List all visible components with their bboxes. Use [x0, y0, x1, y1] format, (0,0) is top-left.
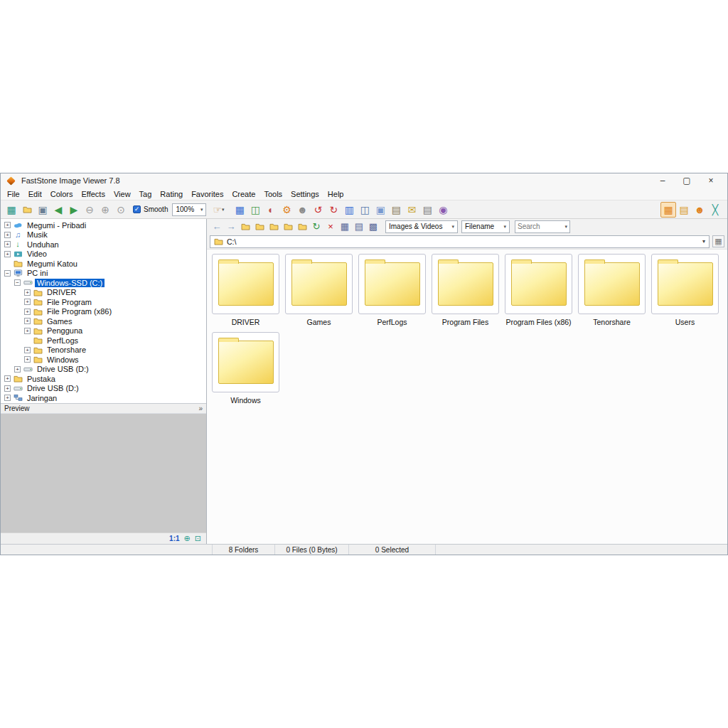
- tree-item-megumi-pribadi[interactable]: +Megumi - Pribadi: [1, 220, 206, 230]
- menu-colors[interactable]: Colors: [46, 190, 77, 198]
- menu-settings[interactable]: Settings: [287, 190, 323, 198]
- tree-item-driver[interactable]: +DRIVER: [1, 288, 206, 298]
- expand-icon[interactable]: +: [4, 395, 11, 401]
- close-button[interactable]: ×: [699, 173, 723, 188]
- rotate-left-button[interactable]: ↺: [310, 202, 326, 218]
- menu-help[interactable]: Help: [323, 190, 348, 198]
- collapse-icon[interactable]: −: [14, 279, 21, 286]
- folder-thumbnail-driver[interactable]: DRIVER: [212, 254, 279, 326]
- crop-button[interactable]: ◫: [247, 202, 263, 218]
- tree-item-megumi-katou[interactable]: Megumi Katou: [1, 259, 206, 269]
- folder-thumbnail-windows[interactable]: Windows: [212, 332, 279, 405]
- expand-icon[interactable]: +: [24, 318, 31, 324]
- tree-item-file-program[interactable]: +File Program: [1, 297, 206, 307]
- tree-item-file-program-x86[interactable]: +File Program (x86): [1, 307, 206, 317]
- search-input[interactable]: [518, 223, 559, 230]
- view-list-button[interactable]: ▩: [366, 220, 380, 233]
- expand-icon[interactable]: +: [24, 309, 31, 315]
- search-combo[interactable]: ▾: [515, 220, 570, 233]
- folder-thumbnail-perflogs[interactable]: PerfLogs: [358, 254, 426, 326]
- expand-icon[interactable]: +: [4, 375, 11, 382]
- layout-fullscreen-button[interactable]: ▤: [676, 202, 692, 218]
- back-button[interactable]: ←: [210, 220, 224, 233]
- menu-edit[interactable]: Edit: [24, 190, 46, 198]
- smooth-toggle[interactable]: ✓ Smooth: [133, 205, 168, 213]
- tree-item-windows[interactable]: +Windows: [1, 355, 206, 365]
- tree-item-pustaka[interactable]: +Pustaka: [1, 374, 206, 384]
- folder-thumbnail-tenorshare[interactable]: Tenorshare: [578, 254, 646, 326]
- next-image-button[interactable]: ▶: [66, 202, 82, 218]
- tree-item-pc-ini[interactable]: −PC ini: [1, 269, 206, 279]
- favorites-folder-button[interactable]: [252, 220, 267, 233]
- zoom-level-select[interactable]: 100% ▾: [172, 203, 206, 216]
- forward-button[interactable]: →: [224, 220, 238, 233]
- copy-to-folder-button[interactable]: [267, 220, 281, 233]
- slideshow-button[interactable]: ▣: [373, 202, 388, 218]
- preview-fit-window-icon[interactable]: ⊡: [195, 534, 201, 543]
- layout-portrait-button[interactable]: ☻: [692, 202, 707, 218]
- compare-button[interactable]: ◫: [357, 202, 373, 218]
- expand-icon[interactable]: +: [4, 251, 11, 257]
- address-dropdown-icon[interactable]: ▾: [702, 238, 705, 245]
- layout-capture-button[interactable]: ╳: [707, 202, 723, 218]
- tree-item-drive-usb-d[interactable]: +Drive USB (D:): [1, 384, 206, 394]
- menu-effects[interactable]: Effects: [77, 190, 109, 198]
- tree-item-pengguna[interactable]: +Pengguna: [1, 326, 206, 336]
- menu-tag[interactable]: Tag: [135, 190, 156, 198]
- preview-zoom-ratio[interactable]: 1:1: [169, 535, 179, 542]
- zoom-actual-button[interactable]: ⊙: [113, 202, 129, 218]
- up-one-level-button[interactable]: [238, 220, 252, 233]
- open-folder-button[interactable]: [19, 202, 35, 218]
- tree-item-drive-usb-d[interactable]: +Drive USB (D:): [1, 365, 206, 375]
- zoom-in-button[interactable]: ⊕: [97, 202, 113, 218]
- menu-favorites[interactable]: Favorites: [187, 190, 228, 198]
- new-folder-button[interactable]: [295, 220, 309, 233]
- delete-button[interactable]: ×: [323, 220, 338, 233]
- hand-tool-button[interactable]: ☞▾: [209, 202, 228, 218]
- move-to-folder-button[interactable]: [281, 220, 295, 233]
- red-eye-button[interactable]: ☻: [294, 202, 310, 218]
- expand-icon[interactable]: +: [4, 232, 11, 238]
- expand-icon[interactable]: +: [24, 347, 31, 353]
- screen-capture-button[interactable]: ◉: [435, 202, 451, 218]
- view-details-button[interactable]: ▤: [352, 220, 366, 233]
- folder-thumbnail-users[interactable]: Users: [651, 254, 719, 326]
- smooth-checkbox[interactable]: ✓: [133, 205, 141, 213]
- menu-file[interactable]: File: [3, 190, 24, 198]
- save-as-button[interactable]: ▣: [35, 202, 50, 218]
- browse-button[interactable]: ▦: [4, 202, 19, 218]
- tree-item-musik[interactable]: +♫Musik: [1, 230, 206, 240]
- expand-icon[interactable]: +: [24, 356, 31, 363]
- folder-thumbnail-program-files-x86[interactable]: Program Files (x86): [505, 254, 572, 326]
- acquire-scanner-button[interactable]: ▤: [388, 202, 404, 218]
- rotate-right-button[interactable]: ↻: [326, 202, 341, 218]
- tree-item-perflogs[interactable]: PerfLogs: [1, 336, 206, 346]
- menu-rating[interactable]: Rating: [156, 190, 187, 198]
- expand-icon[interactable]: +: [24, 289, 31, 296]
- adjust-colors-button[interactable]: ◐: [263, 202, 279, 218]
- minimize-button[interactable]: –: [651, 173, 675, 188]
- email-button[interactable]: ✉: [404, 202, 419, 218]
- expand-icon[interactable]: +: [24, 328, 31, 334]
- menu-view[interactable]: View: [109, 190, 135, 198]
- tree-item-windows-ssd-c[interactable]: −Windows-SSD (C:): [1, 278, 206, 288]
- collapse-icon[interactable]: −: [4, 270, 11, 277]
- histogram-button[interactable]: ▥: [341, 202, 357, 218]
- sort-select[interactable]: Filename ▾: [461, 220, 510, 233]
- tree-item-video[interactable]: +Video: [1, 250, 206, 259]
- tree-item-games[interactable]: +Games: [1, 316, 206, 326]
- tree-item-unduhan[interactable]: +↓Unduhan: [1, 240, 206, 250]
- expand-icon[interactable]: +: [4, 385, 11, 392]
- layout-browser-button[interactable]: ▦: [660, 202, 676, 218]
- preview-zoom-fit-icon[interactable]: ⊕: [184, 534, 191, 543]
- expand-icon[interactable]: +: [24, 299, 31, 305]
- address-bar[interactable]: C:\ ▾: [210, 235, 710, 248]
- folder-thumbnail-program-files[interactable]: Program Files: [432, 254, 499, 326]
- zoom-out-button[interactable]: ⊖: [82, 202, 97, 218]
- filter-select[interactable]: Images & Videos ▾: [385, 220, 458, 233]
- preview-collapse-button[interactable]: »: [198, 405, 203, 412]
- view-thumbnails-button[interactable]: ▦: [338, 220, 352, 233]
- refresh-button[interactable]: ↻: [309, 220, 323, 233]
- expand-icon[interactable]: +: [14, 366, 21, 373]
- previous-image-button[interactable]: ◀: [50, 202, 66, 218]
